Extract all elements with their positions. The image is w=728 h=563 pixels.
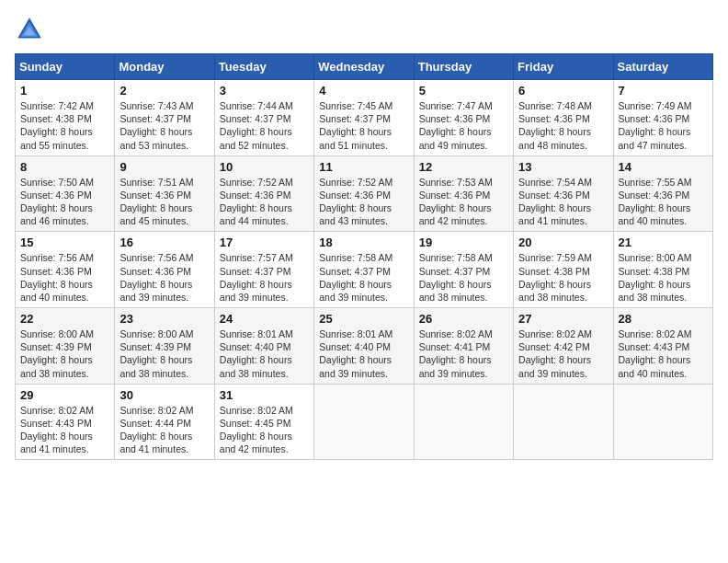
sunset-label: Sunset: 4:37 PM: [119, 113, 191, 124]
day-info: Sunrise: 8:02 AM Sunset: 4:43 PM Dayligh…: [619, 327, 708, 380]
sunrise-label: Sunrise: 7:58 AM: [319, 252, 392, 263]
calendar-cell: 18 Sunrise: 7:58 AM Sunset: 4:37 PM Dayl…: [314, 232, 414, 308]
day-number: 21: [619, 236, 708, 249]
calendar-cell: [613, 384, 712, 460]
logo: [15, 15, 48, 44]
sunrise-label: Sunrise: 7:52 AM: [319, 177, 392, 188]
daylight-label: Daylight: 8 hours and 38 minutes.: [619, 279, 691, 303]
sunrise-label: Sunrise: 7:43 AM: [119, 100, 193, 111]
day-number: 14: [619, 160, 708, 174]
day-number: 3: [220, 84, 309, 98]
calendar-cell: 19 Sunrise: 7:58 AM Sunset: 4:37 PM Dayl…: [414, 232, 513, 308]
sunset-label: Sunset: 4:36 PM: [319, 190, 391, 201]
sunset-label: Sunset: 4:36 PM: [220, 190, 291, 201]
calendar-cell: 27 Sunrise: 8:02 AM Sunset: 4:42 PM Dayl…: [514, 308, 613, 385]
day-number: 27: [518, 312, 608, 326]
sunrise-label: Sunrise: 8:02 AM: [518, 328, 592, 339]
calendar-cell: 13 Sunrise: 7:54 AM Sunset: 4:36 PM Dayl…: [514, 155, 613, 232]
logo-icon: [15, 15, 44, 44]
header: [15, 15, 713, 44]
day-info: Sunrise: 7:49 AM Sunset: 4:36 PM Dayligh…: [619, 99, 708, 152]
sunset-label: Sunset: 4:36 PM: [518, 113, 590, 124]
daylight-label: Daylight: 8 hours and 39 minutes.: [319, 354, 392, 378]
week-row-5: 29 Sunrise: 8:02 AM Sunset: 4:43 PM Dayl…: [16, 384, 713, 460]
calendar-cell: [514, 384, 613, 460]
day-info: Sunrise: 7:58 AM Sunset: 4:37 PM Dayligh…: [319, 251, 408, 304]
sunrise-label: Sunrise: 8:00 AM: [20, 328, 94, 339]
weekday-header-row: SundayMondayTuesdayWednesdayThursdayFrid…: [16, 54, 713, 80]
day-number: 4: [319, 84, 408, 98]
sunset-label: Sunset: 4:40 PM: [319, 341, 391, 352]
day-number: 25: [319, 312, 408, 326]
day-number: 18: [319, 236, 408, 249]
calendar-cell: 29 Sunrise: 8:02 AM Sunset: 4:43 PM Dayl…: [16, 384, 115, 460]
sunset-label: Sunset: 4:39 PM: [119, 341, 191, 352]
daylight-label: Daylight: 8 hours and 40 minutes.: [619, 354, 691, 378]
daylight-label: Daylight: 8 hours and 48 minutes.: [518, 126, 591, 150]
sunset-label: Sunset: 4:36 PM: [20, 190, 92, 201]
calendar-body: 1 Sunrise: 7:42 AM Sunset: 4:38 PM Dayli…: [16, 80, 713, 460]
day-info: Sunrise: 7:57 AM Sunset: 4:37 PM Dayligh…: [220, 251, 309, 304]
day-info: Sunrise: 7:42 AM Sunset: 4:38 PM Dayligh…: [20, 99, 109, 152]
day-number: 15: [20, 236, 109, 249]
calendar-cell: 3 Sunrise: 7:44 AM Sunset: 4:37 PM Dayli…: [214, 80, 313, 156]
day-info: Sunrise: 8:02 AM Sunset: 4:43 PM Dayligh…: [20, 404, 109, 456]
day-info: Sunrise: 7:52 AM Sunset: 4:36 PM Dayligh…: [220, 176, 309, 228]
sunset-label: Sunset: 4:37 PM: [220, 266, 291, 277]
weekday-header-tuesday: Tuesday: [214, 54, 313, 80]
weekday-header-thursday: Thursday: [414, 54, 513, 80]
sunset-label: Sunset: 4:36 PM: [619, 190, 690, 201]
daylight-label: Daylight: 8 hours and 41 minutes.: [518, 202, 591, 226]
sunset-label: Sunset: 4:39 PM: [20, 341, 92, 352]
day-info: Sunrise: 7:45 AM Sunset: 4:37 PM Dayligh…: [319, 99, 408, 152]
sunrise-label: Sunrise: 8:00 AM: [619, 252, 692, 263]
daylight-label: Daylight: 8 hours and 52 minutes.: [220, 126, 292, 150]
day-info: Sunrise: 7:58 AM Sunset: 4:37 PM Dayligh…: [419, 251, 508, 304]
calendar-cell: 10 Sunrise: 7:52 AM Sunset: 4:36 PM Dayl…: [214, 155, 313, 232]
sunrise-label: Sunrise: 8:00 AM: [119, 328, 193, 339]
day-info: Sunrise: 7:56 AM Sunset: 4:36 PM Dayligh…: [119, 251, 209, 304]
day-number: 1: [20, 84, 109, 98]
day-number: 24: [220, 312, 309, 326]
sunset-label: Sunset: 4:37 PM: [319, 266, 391, 277]
daylight-label: Daylight: 8 hours and 39 minutes.: [119, 279, 192, 303]
sunrise-label: Sunrise: 7:59 AM: [518, 252, 592, 263]
calendar-cell: 24 Sunrise: 8:01 AM Sunset: 4:40 PM Dayl…: [214, 308, 313, 385]
day-number: 5: [419, 84, 508, 98]
day-info: Sunrise: 8:00 AM Sunset: 4:39 PM Dayligh…: [119, 327, 209, 380]
day-number: 30: [119, 388, 209, 402]
sunrise-label: Sunrise: 8:02 AM: [20, 405, 94, 416]
calendar-cell: 2 Sunrise: 7:43 AM Sunset: 4:37 PM Dayli…: [115, 80, 214, 156]
sunrise-label: Sunrise: 7:42 AM: [20, 100, 94, 111]
calendar-cell: 17 Sunrise: 7:57 AM Sunset: 4:37 PM Dayl…: [214, 232, 313, 308]
sunrise-label: Sunrise: 7:57 AM: [220, 252, 293, 263]
day-number: 11: [319, 160, 408, 174]
calendar-cell: 9 Sunrise: 7:51 AM Sunset: 4:36 PM Dayli…: [115, 155, 214, 232]
daylight-label: Daylight: 8 hours and 39 minutes.: [518, 354, 591, 378]
sunset-label: Sunset: 4:41 PM: [419, 341, 491, 352]
calendar-cell: 20 Sunrise: 7:59 AM Sunset: 4:38 PM Dayl…: [514, 232, 613, 308]
sunrise-label: Sunrise: 7:52 AM: [220, 177, 293, 188]
day-info: Sunrise: 8:00 AM Sunset: 4:38 PM Dayligh…: [619, 251, 708, 304]
sunset-label: Sunset: 4:36 PM: [419, 190, 491, 201]
sunrise-label: Sunrise: 8:02 AM: [119, 405, 193, 416]
daylight-label: Daylight: 8 hours and 41 minutes.: [20, 431, 93, 454]
sunset-label: Sunset: 4:40 PM: [220, 341, 291, 352]
calendar-cell: 1 Sunrise: 7:42 AM Sunset: 4:38 PM Dayli…: [16, 80, 115, 156]
weekday-header-saturday: Saturday: [613, 54, 712, 80]
calendar-cell: 21 Sunrise: 8:00 AM Sunset: 4:38 PM Dayl…: [613, 232, 712, 308]
daylight-label: Daylight: 8 hours and 40 minutes.: [20, 279, 93, 303]
calendar-cell: 28 Sunrise: 8:02 AM Sunset: 4:43 PM Dayl…: [613, 308, 712, 385]
calendar: SundayMondayTuesdayWednesdayThursdayFrid…: [15, 53, 713, 460]
sunrise-label: Sunrise: 7:53 AM: [419, 177, 493, 188]
calendar-cell: 14 Sunrise: 7:55 AM Sunset: 4:36 PM Dayl…: [613, 155, 712, 232]
daylight-label: Daylight: 8 hours and 44 minutes.: [220, 202, 292, 226]
day-info: Sunrise: 7:44 AM Sunset: 4:37 PM Dayligh…: [220, 99, 309, 152]
sunrise-label: Sunrise: 7:56 AM: [119, 252, 193, 263]
week-row-1: 1 Sunrise: 7:42 AM Sunset: 4:38 PM Dayli…: [16, 80, 713, 156]
daylight-label: Daylight: 8 hours and 40 minutes.: [619, 202, 691, 226]
calendar-cell: 22 Sunrise: 8:00 AM Sunset: 4:39 PM Dayl…: [16, 308, 115, 385]
day-info: Sunrise: 8:02 AM Sunset: 4:42 PM Dayligh…: [518, 327, 608, 380]
calendar-cell: 16 Sunrise: 7:56 AM Sunset: 4:36 PM Dayl…: [115, 232, 214, 308]
day-number: 20: [518, 236, 608, 249]
